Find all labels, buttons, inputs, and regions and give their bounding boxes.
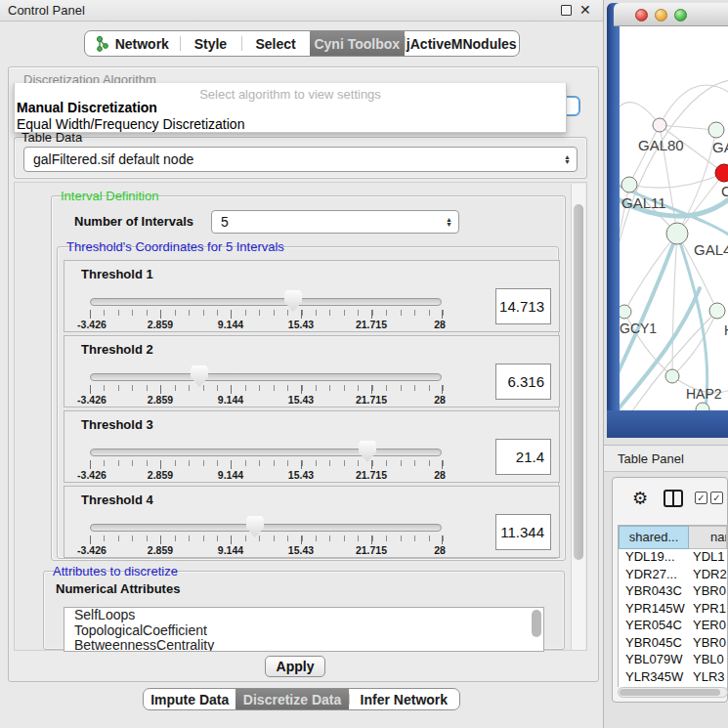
threshold-2-value-field[interactable]: 6.316	[495, 364, 551, 400]
close-traffic-light-icon[interactable]	[635, 9, 648, 21]
numerical-attributes-list[interactable]: SelfLoops TopologicalCoefficient Between…	[64, 607, 544, 652]
tab-network-label: Network	[115, 36, 169, 52]
table-row[interactable]: YER054CYER0	[619, 618, 727, 635]
node-hap2[interactable]	[665, 369, 679, 383]
threshold-2-label: Threshold 2	[81, 342, 153, 357]
float-window-icon[interactable]	[561, 5, 572, 16]
toolbox-tab-bar: Network Style Select Cyni Toolbox jActiv…	[84, 30, 520, 57]
algorithm-option-manual[interactable]: Manual Discretization	[17, 100, 157, 115]
threshold-4-label: Threshold 4	[81, 492, 153, 507]
right-column: GAL80 GA C GAL11 GAL4 GCY1 H HAP2 Table …	[604, 0, 728, 728]
tab-impute-data-label: Impute Data	[150, 692, 229, 707]
threshold-3-label: Threshold 3	[81, 417, 153, 432]
network-view-window: GAL80 GA C GAL11 GAL4 GCY1 H HAP2	[607, 0, 728, 438]
checkbox-icon[interactable]: ✓	[710, 492, 723, 504]
close-icon[interactable]: ✕	[579, 2, 591, 18]
threshold-2-scale: -3.426 2.859 9.144 15.43 21.715 28	[90, 394, 442, 406]
algorithm-option-equal-width[interactable]: Equal Width/Frequency Discretization	[17, 116, 244, 132]
columns-icon[interactable]	[664, 490, 683, 507]
table-row[interactable]: YDL19...YDL1	[619, 549, 727, 567]
node-gcy1[interactable]	[620, 305, 631, 319]
threshold-1-value-field[interactable]: 14.713	[495, 288, 551, 324]
combo-arrows-icon: ▲▼	[564, 148, 571, 171]
tab-network[interactable]: Network	[85, 31, 180, 56]
zoom-traffic-light-icon[interactable]	[674, 9, 687, 21]
tab-select-label: Select	[256, 36, 296, 52]
table-panel-titlebar[interactable]: Table Panel	[604, 445, 728, 472]
threshold-2-slider[interactable]	[90, 373, 442, 381]
table-panel-body: ⚙ ✓ ✓ shared... name YDL19...YDL1 YDR27.…	[612, 477, 728, 703]
list-item[interactable]: SelfLoops	[64, 608, 543, 623]
tab-cyni-toolbox-label: Cyni Toolbox	[314, 36, 400, 52]
tab-style-label: Style	[194, 36, 227, 52]
threshold-3-slider-thumb[interactable]	[359, 441, 376, 462]
node-label: H	[724, 322, 728, 338]
node-gal4[interactable]	[666, 223, 688, 244]
tab-impute-data[interactable]: Impute Data	[144, 689, 236, 709]
control-panel-window: Control Panel ✕ Network Style Select Cyn…	[0, 0, 604, 728]
list-item[interactable]: BetweennessCentrality	[64, 638, 543, 652]
node-label: GAL4	[694, 241, 728, 258]
control-panel-titlebar[interactable]: Control Panel ✕	[0, 0, 603, 21]
tab-infer-network-label: Infer Network	[361, 692, 448, 707]
table-header-row: shared... name	[619, 526, 727, 549]
table-row[interactable]: YBL079WYBL0	[619, 652, 727, 669]
number-of-intervals-combobox[interactable]: 5 ▲▼	[211, 210, 459, 234]
node-label: GCY1	[620, 321, 657, 336]
column-header-name[interactable]: name	[689, 526, 727, 549]
tab-infer-network[interactable]: Infer Network	[349, 689, 459, 709]
threshold-3-value-field[interactable]: 21.4	[495, 439, 551, 475]
threshold-4-scale: -3.426 2.859 9.144 15.43 21.715 28	[90, 544, 442, 556]
table-row[interactable]: YBR043CYBR0	[619, 583, 727, 601]
threshold-1-label: Threshold 1	[81, 267, 153, 281]
apply-button[interactable]: Apply	[265, 656, 325, 677]
threshold-4-value-field[interactable]: 11.344	[495, 514, 551, 550]
tab-discretize-data-label: Discretize Data	[243, 692, 341, 707]
table-row[interactable]: YPR145WYPR1	[619, 601, 727, 619]
tab-discretize-data[interactable]: Discretize Data	[236, 689, 348, 709]
horizontal-scrollbar[interactable]	[618, 687, 728, 698]
list-item[interactable]: TopologicalCoefficient	[64, 623, 543, 639]
network-canvas[interactable]: GAL80 GA C GAL11 GAL4 GCY1 H HAP2	[620, 26, 728, 410]
threshold-4-panel: Threshold 4 -3.426 2.859 9.144 15.43 21.…	[64, 486, 560, 558]
number-of-intervals-label: Number of Intervals	[72, 214, 195, 229]
node-gal11[interactable]	[621, 177, 637, 193]
minimize-traffic-light-icon[interactable]	[655, 9, 667, 21]
tab-style[interactable]: Style	[180, 31, 242, 56]
node-label: HAP2	[686, 386, 722, 402]
node-table[interactable]: shared... name YDL19...YDL1 YDR27...YDR2…	[618, 525, 728, 687]
threshold-4-slider[interactable]	[90, 524, 442, 532]
threshold-1-slider[interactable]	[90, 298, 442, 306]
node-label: GA	[712, 139, 728, 155]
threshold-3-slider[interactable]	[90, 449, 442, 456]
number-of-intervals-value: 5	[221, 214, 229, 230]
gear-icon[interactable]: ⚙	[632, 488, 648, 509]
node-ga[interactable]	[708, 122, 724, 138]
table-row[interactable]: YBR045CYBR0	[619, 635, 727, 653]
threshold-2-slider-thumb[interactable]	[191, 365, 208, 387]
tab-cyni-toolbox[interactable]: Cyni Toolbox	[310, 31, 405, 56]
network-window-titlebar[interactable]	[614, 3, 728, 26]
threshold-1-slider-thumb[interactable]	[284, 290, 302, 312]
column-header-shared-name[interactable]: shared...	[619, 526, 689, 549]
checkbox-icon[interactable]: ✓	[695, 492, 707, 504]
network-icon	[96, 36, 109, 52]
vertical-scrollbar-thumb[interactable]	[574, 204, 583, 560]
table-row[interactable]: YLR345WYLR3	[619, 669, 727, 687]
window-title: Control Panel	[8, 3, 85, 18]
thresholds-group: Threshold 1 -3.426 2.859 9.144 15.43 21.…	[57, 246, 559, 559]
tab-jactivemnodules[interactable]: jActiveMNodules	[405, 31, 519, 56]
table-data-combobox[interactable]: galFiltered.sif default node ▲▼	[23, 147, 578, 172]
table-row[interactable]: YDR27...YDR2	[619, 567, 727, 584]
tab-jactivemnodules-label: jActiveMNodules	[407, 36, 517, 52]
node-label: C	[721, 183, 728, 199]
node-highlighted[interactable]	[715, 164, 728, 182]
horizontal-scrollbar-thumb[interactable]	[620, 689, 720, 696]
vertical-scrollbar[interactable]	[571, 184, 585, 650]
tab-select[interactable]: Select	[241, 31, 310, 56]
list-scrollbar-thumb[interactable]	[532, 610, 541, 637]
threshold-4-slider-thumb[interactable]	[246, 516, 264, 537]
node-gal80[interactable]	[653, 118, 666, 132]
attributes-legend: Attributes to discretize	[51, 564, 180, 578]
node-h[interactable]	[709, 303, 725, 319]
